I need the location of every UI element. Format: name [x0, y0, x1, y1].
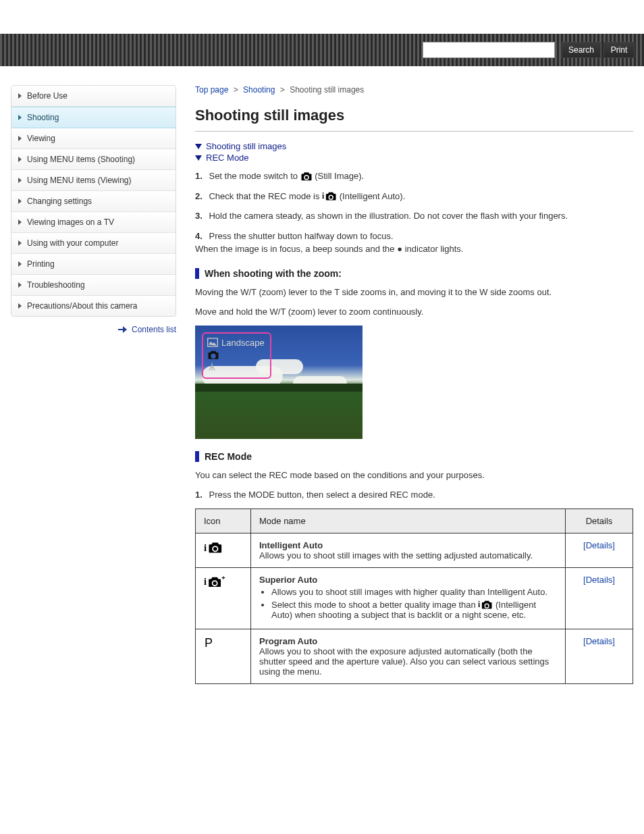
chevron-right-icon — [18, 240, 22, 246]
disclosure-label: REC Mode — [206, 153, 249, 163]
step-2: 2. Check that the REC mode is i (Intelli… — [195, 190, 633, 203]
chevron-right-icon — [18, 261, 22, 267]
svg-text:i: i — [204, 576, 207, 587]
breadcrumb: Top page > Shooting > Shooting still ima… — [195, 85, 633, 95]
intelligent-auto-icon: i — [322, 190, 337, 201]
sidebar-item[interactable]: Using MENU items (Viewing) — [11, 170, 176, 191]
page-title: Shooting still images — [195, 107, 633, 124]
chevron-down-icon — [195, 144, 202, 149]
camera-icon — [207, 349, 219, 360]
chevron-right-icon — [18, 219, 22, 225]
scene-overlay-box: Landscape — [202, 332, 271, 379]
rec-mode-table: Icon Mode name Details i Intelligent Aut… — [195, 509, 633, 684]
chevron-right-icon — [18, 93, 22, 99]
search-input[interactable] — [423, 42, 555, 58]
sidebar-item[interactable]: Viewing — [11, 128, 176, 149]
step-1: 1. Set the mode switch to (Still Image). — [195, 170, 633, 183]
sidebar-item[interactable]: Printing — [11, 254, 176, 275]
mode-icon-cell: i+ — [196, 567, 251, 629]
landscape-icon — [207, 338, 218, 347]
sidebar-item-label: Troubleshooting — [27, 280, 85, 290]
mode-details-cell: [Details] — [566, 629, 633, 683]
mode-desc-cell: Program Auto Allows you to shoot with th… — [251, 629, 566, 683]
svg-text:+: + — [221, 575, 225, 581]
mode-details-cell: [Details] — [566, 533, 633, 567]
mode-icon-cell: P — [196, 629, 251, 683]
chevron-right-icon — [18, 178, 22, 183]
sidebar-item-label: Before Use — [27, 91, 68, 101]
chevron-right-icon — [18, 303, 22, 309]
chevron-right-icon — [18, 115, 22, 120]
step-4: 4. Press the shutter button halfway down… — [195, 230, 633, 256]
mode-desc-cell: Intelligent Auto Allows you to shoot sti… — [251, 533, 566, 567]
sidebar-item[interactable]: Troubleshooting — [11, 275, 176, 296]
superior-auto-icon: i+ — [204, 575, 227, 588]
breadcrumb-shooting[interactable]: Shooting — [243, 85, 275, 95]
sidebar-item[interactable]: Precautions/About this camera — [11, 296, 176, 316]
print-button[interactable]: Print — [603, 42, 635, 58]
sidebar-nav: Before UseShootingViewingUsing MENU item… — [11, 85, 176, 317]
table-row: i+ Superior Auto Allows you to shoot sti… — [196, 567, 633, 629]
contents-list-link[interactable]: Contents list — [11, 325, 176, 334]
chevron-right-icon — [18, 136, 22, 141]
th-icon: Icon — [196, 509, 251, 533]
sidebar-item-label: Shooting — [27, 113, 59, 122]
mode-icon-cell: i — [196, 533, 251, 567]
sidebar-item-label: Changing settings — [27, 197, 92, 206]
sidebar-item-label: Using with your computer — [27, 238, 118, 248]
disclosure-label: Shooting still images — [206, 141, 286, 151]
breadcrumb-sep-icon: > — [277, 85, 288, 95]
chevron-right-icon — [18, 157, 22, 162]
camera-icon — [300, 171, 313, 181]
section-bar-icon — [195, 451, 199, 462]
sidebar-item-label: Printing — [27, 259, 55, 269]
mode-desc-cell: Superior Auto Allows you to shoot still … — [251, 567, 566, 629]
sidebar-item[interactable]: Using with your computer — [11, 233, 176, 254]
section-bar-icon — [195, 268, 199, 279]
svg-text:i: i — [478, 600, 481, 609]
sidebar-item-label: Viewing — [27, 134, 55, 143]
svg-text:i: i — [204, 542, 207, 552]
sidebar-item-label: Viewing images on a TV — [27, 217, 114, 227]
breadcrumb-sep-icon: > — [231, 85, 241, 95]
zoom-para-1: Moving the W/T (zoom) lever to the T sid… — [195, 286, 633, 299]
sidebar-item-label: Precautions/About this camera — [27, 301, 137, 311]
tripod-icon — [207, 361, 217, 372]
th-details: Details — [566, 509, 633, 533]
disclosure-rec-mode[interactable]: REC Mode — [195, 153, 633, 163]
header-bar: Search Print — [0, 34, 644, 66]
details-link[interactable]: [Details] — [583, 575, 615, 585]
sidebar-item[interactable]: Using MENU items (Shooting) — [11, 149, 176, 170]
disclosure-shooting-still[interactable]: Shooting still images — [195, 141, 633, 151]
details-link[interactable]: [Details] — [583, 636, 615, 646]
intelligent-auto-icon: i — [204, 540, 223, 554]
recmode-step: 1. Press the MODE button, then select a … — [195, 488, 633, 502]
program-auto-icon: P — [204, 636, 216, 650]
section-zoom-heading: When shooting with the zoom: — [195, 268, 633, 279]
sidebar: Before UseShootingViewingUsing MENU item… — [11, 85, 176, 684]
example-photo: Landscape — [195, 325, 363, 439]
search-button[interactable]: Search — [562, 42, 601, 58]
sidebar-item-label: Using MENU items (Viewing) — [27, 176, 131, 185]
breadcrumb-top[interactable]: Top page — [195, 85, 228, 95]
sidebar-item[interactable]: Before Use — [11, 86, 176, 107]
zoom-para-2: Move and hold the W/T (zoom) lever to zo… — [195, 305, 633, 319]
main-content: Top page > Shooting > Shooting still ima… — [195, 85, 633, 684]
chevron-down-icon — [195, 155, 202, 161]
sidebar-item[interactable]: Changing settings — [11, 191, 176, 212]
arrow-right-icon — [118, 326, 128, 333]
recmode-intro: You can select the REC mode based on the… — [195, 469, 633, 482]
step-3: 3. Hold the camera steady, as shown in t… — [195, 209, 633, 223]
intelligent-auto-icon: i — [478, 599, 493, 610]
sidebar-item[interactable]: Viewing images on a TV — [11, 212, 176, 233]
overlay-label: Landscape — [221, 338, 265, 348]
title-divider — [195, 131, 633, 132]
contents-list-label: Contents list — [132, 325, 176, 334]
breadcrumb-current: Shooting still images — [290, 85, 364, 95]
sidebar-item-label: Using MENU items (Shooting) — [27, 155, 135, 164]
svg-text:i: i — [322, 192, 325, 201]
sidebar-item[interactable]: Shooting — [11, 107, 176, 128]
svg-text:P: P — [205, 636, 213, 650]
details-link[interactable]: [Details] — [583, 540, 615, 550]
mode-details-cell: [Details] — [566, 567, 633, 629]
